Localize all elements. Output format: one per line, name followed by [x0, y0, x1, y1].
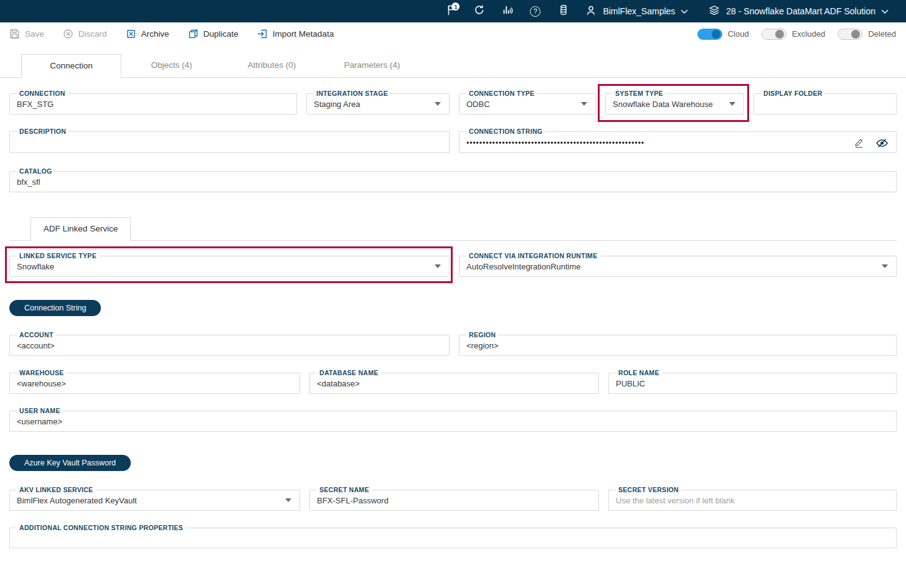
field-label: INTEGRATION STAGE	[314, 90, 390, 97]
field-value: BFX-SFL-Password	[316, 493, 592, 505]
save-button[interactable]: Save	[9, 29, 44, 39]
notification-badge: 1	[451, 2, 460, 11]
integration-stage-select[interactable]: INTEGRATION STAGE Staging Area	[306, 90, 450, 114]
connection-field[interactable]: CONNECTION BFX_STG	[9, 90, 297, 114]
duplicate-button[interactable]: Duplicate	[188, 29, 238, 39]
person-icon	[585, 4, 597, 19]
database-deploy-button[interactable]	[549, 0, 577, 22]
field-label: CONNECTION TYPE	[466, 90, 537, 97]
deleted-toggle[interactable]: Deleted	[838, 29, 896, 40]
refresh-icon	[473, 4, 486, 19]
field-label: SYSTEM TYPE	[613, 90, 666, 97]
account-name: BimlFlex_Samples	[603, 6, 675, 16]
discard-icon	[63, 29, 73, 39]
role-name-field[interactable]: ROLE NAME PUBLIC	[608, 370, 897, 394]
activity-button[interactable]	[493, 0, 521, 22]
toggle-track	[838, 29, 862, 40]
field-label: SECRET VERSION	[616, 487, 681, 493]
field-value: bfx_sfl	[16, 175, 890, 187]
layers-icon	[708, 4, 720, 19]
eye-off-icon[interactable]	[875, 138, 889, 149]
description-field[interactable]: DESCRIPTION	[9, 128, 450, 153]
project-name: 28 - Snowflake DataMart ADF Solution	[726, 6, 875, 16]
adf-tab-bar: ADF Linked Service	[9, 217, 897, 241]
excluded-toggle[interactable]: Excluded	[762, 29, 825, 40]
duplicate-icon	[188, 29, 199, 39]
connection-type-select[interactable]: CONNECTION TYPE ODBC	[459, 90, 596, 114]
warehouse-field[interactable]: WAREHOUSE <warehouse>	[9, 370, 300, 394]
save-icon	[9, 29, 20, 39]
chevron-down-icon	[882, 264, 888, 268]
region-field[interactable]: REGION <region>	[459, 332, 897, 356]
cloud-toggle[interactable]: Cloud	[697, 29, 749, 40]
field-value: BFX_STG	[16, 97, 290, 109]
toggle-track	[762, 29, 786, 40]
user-name-field[interactable]: USER NAME <username>	[9, 408, 897, 432]
field-value: Snowflake	[16, 259, 443, 271]
field-value: Staging Area	[313, 97, 443, 109]
field-value: BimlFlex Autogenerated KeyVault	[16, 493, 293, 505]
chevron-down-icon	[681, 6, 688, 16]
tab-connection[interactable]: Connection	[21, 54, 121, 78]
refresh-button[interactable]	[465, 0, 493, 22]
tab-attributes[interactable]: Attributes (0)	[222, 54, 322, 77]
field-value: <region>	[466, 338, 890, 350]
top-app-bar: 1 ? BimlFlex_Samples 28 - Snowflake Data…	[0, 0, 906, 22]
chevron-down-icon	[729, 102, 735, 106]
help-icon: ?	[530, 6, 540, 17]
field-value: <warehouse>	[16, 376, 293, 388]
additional-connection-string-properties-field[interactable]: ADDITIONAL CONNECTION STRING PROPERTIES	[9, 525, 897, 548]
connect-via-integration-runtime-select[interactable]: CONNECT VIA INTEGRATION RUNTIME AutoReso…	[459, 253, 897, 277]
activity-icon	[501, 4, 514, 19]
tab-parameters[interactable]: Parameters (4)	[322, 54, 422, 77]
help-button[interactable]: ?	[521, 0, 549, 22]
catalog-field[interactable]: CATALOG bfx_sfl	[9, 168, 897, 192]
edit-pencil-icon[interactable]	[853, 138, 864, 149]
field-label: DESCRIPTION	[17, 128, 68, 135]
field-label: USER NAME	[17, 408, 63, 414]
notifications-button[interactable]: 1	[437, 0, 465, 22]
field-value	[16, 135, 443, 146]
toggle-track	[697, 29, 722, 40]
archive-icon	[126, 29, 136, 39]
account-menu[interactable]: BimlFlex_Samples	[577, 0, 696, 22]
connection-string-section-button[interactable]: Connection String	[9, 300, 101, 316]
linked-service-type-select[interactable]: LINKED SERVICE TYPE Snowflake	[9, 253, 450, 277]
field-label: CONNECTION STRING	[466, 128, 545, 135]
connection-string-field[interactable]: CONNECTION STRING ••••••••••••••••••••••…	[459, 128, 897, 153]
field-value	[760, 97, 890, 108]
tab-objects[interactable]: Objects (4)	[121, 54, 222, 77]
chevron-down-icon	[581, 102, 587, 106]
project-menu[interactable]: 28 - Snowflake DataMart ADF Solution	[701, 0, 896, 22]
field-label: DATABASE NAME	[317, 370, 381, 376]
import-metadata-button[interactable]: Import Metadata	[257, 29, 334, 39]
field-label: ACCOUNT	[17, 332, 56, 338]
tab-adf-linked-service[interactable]: ADF Linked Service	[31, 217, 131, 241]
secret-version-field[interactable]: SECRET VERSION Use the latest version if…	[608, 487, 897, 511]
chevron-down-icon	[435, 102, 441, 106]
archive-button[interactable]: Archive	[126, 29, 169, 39]
secret-name-field[interactable]: SECRET NAME BFX-SFL-Password	[309, 487, 599, 511]
field-value: ODBC	[466, 97, 589, 109]
field-value	[16, 531, 890, 543]
azure-key-vault-password-section-button[interactable]: Azure Key Vault Password	[9, 455, 131, 471]
field-value: Snowflake Data Warehouse	[612, 97, 737, 109]
discard-button[interactable]: Discard	[63, 29, 107, 39]
field-label: DISPLAY FOLDER	[761, 90, 825, 97]
system-type-select[interactable]: SYSTEM TYPE Snowflake Data Warehouse	[605, 90, 744, 114]
chevron-down-icon	[285, 498, 291, 502]
field-label: ROLE NAME	[616, 370, 662, 376]
database-name-field[interactable]: DATABASE NAME <database>	[309, 370, 599, 394]
field-label: CATALOG	[17, 168, 54, 175]
account-field[interactable]: ACCOUNT <account>	[9, 332, 450, 356]
display-folder-field[interactable]: DISPLAY FOLDER	[753, 90, 897, 114]
connection-form: CONNECTION BFX_STG INTEGRATION STAGE Sta…	[0, 90, 906, 548]
field-value: AutoResolveIntegrationRuntime	[466, 259, 890, 271]
main-tab-bar: Connection Objects (4) Attributes (0) Pa…	[0, 54, 906, 78]
akv-linked-service-select[interactable]: AKV LINKED SERVICE BimlFlex Autogenerate…	[9, 487, 300, 511]
field-value: <account>	[16, 338, 443, 350]
field-label: SECRET NAME	[317, 487, 372, 493]
field-value: <database>	[316, 376, 592, 388]
field-placeholder: Use the latest version if left blank	[615, 493, 890, 505]
field-label: ADDITIONAL CONNECTION STRING PROPERTIES	[17, 525, 186, 531]
